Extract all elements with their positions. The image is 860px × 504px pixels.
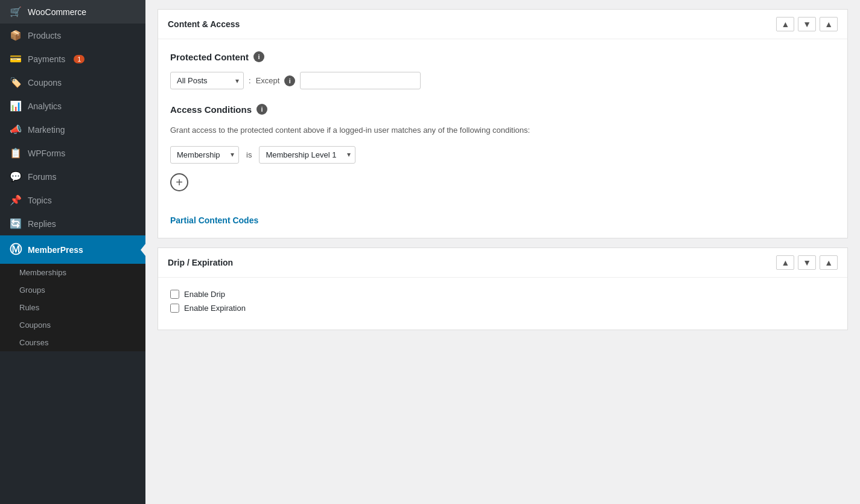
sub-item-label: Courses [19, 338, 48, 347]
topics-icon: 📌 [10, 194, 22, 206]
panel-move-up-button[interactable]: ▲ [776, 17, 794, 31]
sidebar-item-products[interactable]: 📦 Products [0, 24, 145, 47]
except-label: Except [256, 76, 280, 85]
protected-content-section: Protected Content i All Posts All Pages … [170, 51, 835, 89]
access-conditions-info-icon[interactable]: i [256, 104, 267, 115]
sidebar-item-label: Topics [28, 196, 52, 205]
analytics-icon: 📊 [10, 100, 22, 112]
sidebar-item-forums[interactable]: 💬 Forums [0, 165, 145, 188]
sidebar-sub-coupons[interactable]: Coupons [0, 316, 145, 334]
enable-drip-checkbox[interactable] [170, 290, 179, 299]
sidebar-brand[interactable]: 🛒 WooCommerce [0, 0, 145, 24]
sub-item-label: Groups [19, 285, 45, 295]
all-posts-dropdown[interactable]: All Posts All Pages Specific Post Specif… [170, 72, 244, 89]
payments-badge: 1 [74, 55, 84, 63]
panel-move-down-button[interactable]: ▼ [798, 17, 816, 31]
enable-expiration-checkbox[interactable] [170, 304, 179, 313]
content-access-panel-header: Content & Access ▲ ▼ ▲ [158, 10, 847, 39]
memberpress-submenu: Memberships Groups Rules Coupons Courses [0, 264, 145, 351]
drip-panel-header: Drip / Expiration ▲ ▼ ▲ [158, 248, 847, 278]
add-condition-button[interactable]: + [170, 173, 188, 191]
memberpress-icon: Ⓜ [10, 241, 22, 258]
sidebar-item-label: Coupons [28, 78, 62, 88]
sidebar-item-label: Payments [28, 54, 65, 64]
sidebar-sub-memberships[interactable]: Memberships [0, 264, 145, 281]
membership-level-dropdown[interactable]: Membership Level 1 Membership Level 2 Me… [259, 146, 355, 164]
sidebar-item-marketing[interactable]: 📣 Marketing [0, 118, 145, 141]
except-input[interactable] [300, 72, 421, 89]
membership-type-dropdown-wrapper: Membership User Role Capability User [170, 146, 239, 164]
sidebar-item-coupons[interactable]: 🏷️ Coupons [0, 71, 145, 94]
section-heading-text: Access Conditions [170, 104, 252, 115]
content-access-panel: Content & Access ▲ ▼ ▲ Protected Content… [158, 9, 848, 238]
condition-row: Membership User Role Capability User is … [170, 146, 835, 164]
sidebar-item-label: Replies [28, 219, 56, 229]
forums-icon: 💬 [10, 171, 22, 182]
membership-level-dropdown-wrapper: Membership Level 1 Membership Level 2 Me… [259, 146, 355, 164]
colon-separator: : [249, 76, 251, 85]
drip-panel-body: Enable Drip Enable Expiration [158, 278, 847, 330]
sub-item-label: Coupons [19, 321, 51, 330]
memberpress-arrow [141, 244, 145, 256]
membership-type-dropdown[interactable]: Membership User Role Capability User [170, 146, 239, 164]
sidebar-item-label: Products [28, 31, 61, 40]
section-heading-text: Protected Content [170, 52, 249, 62]
marketing-icon: 📣 [10, 124, 22, 135]
wpforms-icon: 📋 [10, 147, 22, 159]
panel-collapse-button[interactable]: ▲ [820, 17, 838, 31]
sidebar-sub-groups[interactable]: Groups [0, 281, 145, 299]
sidebar-item-analytics[interactable]: 📊 Analytics [0, 94, 145, 118]
enable-expiration-label: Enable Expiration [184, 304, 246, 313]
panel-title: Content & Access [168, 19, 240, 29]
sidebar-item-topics[interactable]: 📌 Topics [0, 188, 145, 212]
partial-content-codes-link[interactable]: Partial Content Codes [170, 215, 258, 225]
panel-controls: ▲ ▼ ▲ [776, 17, 838, 31]
drip-expiration-panel: Drip / Expiration ▲ ▼ ▲ Enable Drip Enab… [158, 247, 848, 330]
main-content: Content & Access ▲ ▼ ▲ Protected Content… [145, 0, 860, 504]
sidebar-item-label: Forums [28, 172, 56, 182]
sidebar-item-wpforms[interactable]: 📋 WPForms [0, 141, 145, 165]
payments-icon: 💳 [10, 53, 22, 65]
drip-panel-controls: ▲ ▼ ▲ [776, 255, 838, 270]
drip-panel-move-up-button[interactable]: ▲ [776, 255, 794, 270]
sidebar-item-label: WPForms [28, 148, 65, 158]
sidebar: 🛒 WooCommerce 📦 Products 💳 Payments 1 🏷️… [0, 0, 145, 504]
content-access-panel-body: Protected Content i All Posts All Pages … [158, 39, 847, 238]
drip-panel-title: Drip / Expiration [168, 258, 233, 267]
except-info-icon[interactable]: i [284, 75, 295, 86]
sidebar-item-payments[interactable]: 💳 Payments 1 [0, 47, 145, 71]
enable-drip-row: Enable Drip [170, 290, 835, 299]
sidebar-item-replies[interactable]: 🔄 Replies [0, 212, 145, 235]
sidebar-item-label: Marketing [28, 125, 65, 135]
sub-item-label: Memberships [19, 268, 66, 277]
is-label: is [246, 150, 252, 159]
sidebar-sub-courses[interactable]: Courses [0, 334, 145, 351]
replies-icon: 🔄 [10, 218, 22, 229]
protected-content-info-icon[interactable]: i [253, 51, 264, 62]
memberpress-label: MemberPress [28, 245, 83, 255]
products-icon: 📦 [10, 30, 22, 41]
drip-panel-move-down-button[interactable]: ▼ [798, 255, 816, 270]
woocommerce-icon: 🛒 [10, 6, 22, 18]
sidebar-sub-rules[interactable]: Rules [0, 299, 145, 316]
access-conditions-section: Access Conditions i Grant access to the … [170, 104, 835, 191]
protected-content-row: All Posts All Pages Specific Post Specif… [170, 72, 835, 89]
access-description: Grant access to the protected content ab… [170, 124, 835, 136]
sidebar-item-label: Analytics [28, 101, 62, 111]
protected-content-heading: Protected Content i [170, 51, 835, 62]
sidebar-brand-label: WooCommerce [28, 7, 86, 17]
drip-panel-collapse-button[interactable]: ▲ [820, 255, 838, 270]
sidebar-item-memberpress[interactable]: Ⓜ MemberPress [0, 235, 145, 264]
all-posts-dropdown-wrapper: All Posts All Pages Specific Post Specif… [170, 72, 244, 89]
enable-expiration-row: Enable Expiration [170, 304, 835, 313]
access-conditions-heading: Access Conditions i [170, 104, 835, 115]
sub-item-label: Rules [19, 303, 39, 312]
coupons-icon: 🏷️ [10, 77, 22, 88]
enable-drip-label: Enable Drip [184, 290, 225, 299]
